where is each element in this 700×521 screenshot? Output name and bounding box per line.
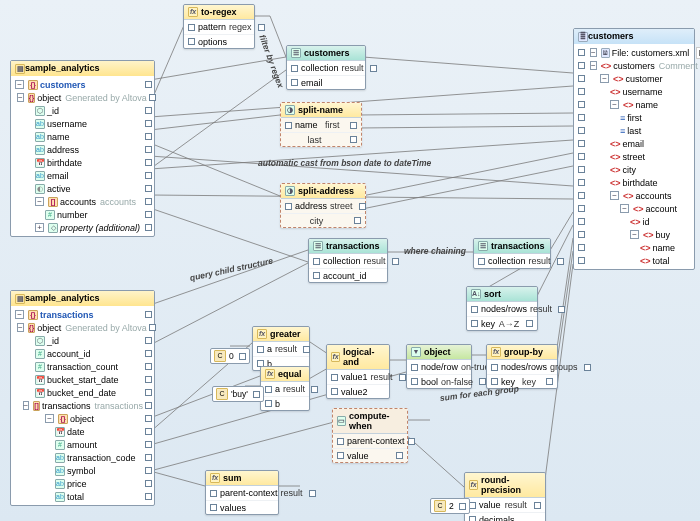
output-port[interactable] (145, 480, 152, 487)
input-port[interactable] (291, 65, 298, 72)
expand-icon[interactable]: − (23, 401, 30, 410)
input-port[interactable] (578, 101, 585, 108)
node-split-name[interactable]: ◑split-name namefirst last (280, 102, 362, 147)
output-port[interactable] (145, 428, 152, 435)
input-port[interactable] (578, 192, 585, 199)
node-sort[interactable]: A↓sort nodes/rowsresult keyA→Z (466, 286, 538, 331)
expand-icon[interactable]: − (35, 197, 44, 206)
output-port[interactable] (239, 353, 246, 360)
output-port[interactable] (145, 185, 152, 192)
output-port[interactable] (145, 159, 152, 166)
input-port[interactable] (578, 218, 585, 225)
output-port[interactable] (370, 65, 377, 72)
input-port[interactable] (469, 502, 476, 509)
expand-icon[interactable]: − (610, 100, 619, 109)
expand-icon[interactable]: − (15, 310, 24, 319)
source-sample-analytics-customers[interactable]: ▤sample_analytics −{}customers −{}object… (10, 60, 155, 237)
expand-icon[interactable]: − (17, 93, 24, 102)
output-port[interactable] (311, 386, 318, 393)
input-port[interactable] (578, 153, 585, 160)
expand-icon[interactable]: − (620, 204, 629, 213)
constant-zero[interactable]: 0 (210, 348, 250, 364)
output-port[interactable] (546, 378, 553, 385)
input-port[interactable] (578, 140, 585, 147)
input-port[interactable] (257, 346, 264, 353)
expand-icon[interactable]: − (17, 323, 24, 332)
output-port[interactable] (534, 502, 541, 509)
node-customers-lookup[interactable]: ☰customers collectionresult email (286, 45, 366, 90)
mapping-canvas[interactable]: ▤sample_analytics −{}customers −{}object… (0, 0, 700, 521)
node-round-precision[interactable]: fxround-precision valueresult decimals (464, 472, 546, 521)
input-port[interactable] (478, 258, 485, 265)
expand-icon[interactable]: − (630, 230, 639, 239)
input-port[interactable] (210, 504, 217, 511)
input-port[interactable] (578, 114, 585, 121)
constant-buy[interactable]: 'buy' (212, 386, 264, 402)
output-port[interactable] (145, 198, 152, 205)
input-port[interactable] (578, 179, 585, 186)
output-port[interactable] (145, 402, 152, 409)
input-port[interactable] (491, 364, 498, 371)
output-port[interactable] (145, 172, 152, 179)
input-port[interactable] (578, 244, 585, 251)
input-port[interactable] (471, 306, 478, 313)
input-port[interactable] (578, 75, 585, 82)
input-port[interactable] (578, 166, 585, 173)
input-port[interactable] (285, 203, 292, 210)
input-port[interactable] (331, 374, 338, 381)
expand-icon[interactable]: − (590, 48, 597, 57)
output-port[interactable] (145, 363, 152, 370)
input-port[interactable] (265, 386, 272, 393)
expand-icon[interactable]: − (610, 191, 619, 200)
input-port[interactable] (411, 364, 418, 371)
output-port[interactable] (145, 350, 152, 357)
input-port[interactable] (578, 88, 585, 95)
output-port[interactable] (145, 146, 152, 153)
expand-icon[interactable]: − (590, 61, 597, 70)
output-port[interactable] (145, 107, 152, 114)
output-port[interactable] (309, 490, 316, 497)
output-port[interactable] (459, 503, 466, 510)
output-port[interactable] (584, 364, 591, 371)
output-port[interactable] (145, 441, 152, 448)
input-port[interactable] (188, 38, 195, 45)
input-port[interactable] (578, 62, 585, 69)
output-port[interactable] (392, 258, 399, 265)
output-port[interactable] (350, 122, 357, 129)
input-port[interactable] (411, 378, 418, 385)
output-port[interactable] (149, 94, 156, 101)
input-port[interactable] (188, 24, 195, 31)
constant-two[interactable]: 2 (430, 498, 470, 514)
output-port[interactable] (145, 376, 152, 383)
expand-icon[interactable]: − (45, 414, 54, 423)
source-sample-analytics-transactions[interactable]: ▤sample_analytics −{}transactions −{}obj… (10, 290, 155, 506)
input-port[interactable] (313, 258, 320, 265)
input-port[interactable] (469, 516, 476, 521)
output-port[interactable] (145, 120, 152, 127)
output-port[interactable] (526, 320, 533, 327)
input-port[interactable] (337, 438, 344, 445)
input-port[interactable] (578, 231, 585, 238)
output-port[interactable] (253, 391, 260, 398)
output-port[interactable] (408, 438, 415, 445)
node-equal[interactable]: fxequal aresult b (260, 366, 310, 411)
output-port[interactable] (359, 203, 366, 210)
node-group-by[interactable]: fxgroup-by nodes/rowsgroups keykey (486, 344, 558, 389)
output-port[interactable] (149, 324, 156, 331)
input-port[interactable] (265, 400, 272, 407)
node-compute-when[interactable]: ▭compute-when parent-context value (332, 408, 408, 463)
output-port[interactable] (558, 306, 565, 313)
input-port[interactable] (331, 388, 338, 395)
output-port[interactable] (145, 311, 152, 318)
file-type-label[interactable]: File/String (696, 47, 700, 59)
output-port[interactable] (303, 346, 310, 353)
input-port[interactable] (471, 320, 478, 327)
output-port[interactable] (145, 389, 152, 396)
node-object-filter[interactable]: ▼object node/rowon-true boolon-false (406, 344, 472, 389)
node-transactions-1[interactable]: ☰transactions collectionresult account_i… (308, 238, 388, 283)
input-port[interactable] (337, 452, 344, 459)
node-greater[interactable]: fxgreater aresult b (252, 326, 310, 371)
output-port[interactable] (145, 493, 152, 500)
output-port[interactable] (396, 452, 403, 459)
input-port[interactable] (491, 378, 498, 385)
